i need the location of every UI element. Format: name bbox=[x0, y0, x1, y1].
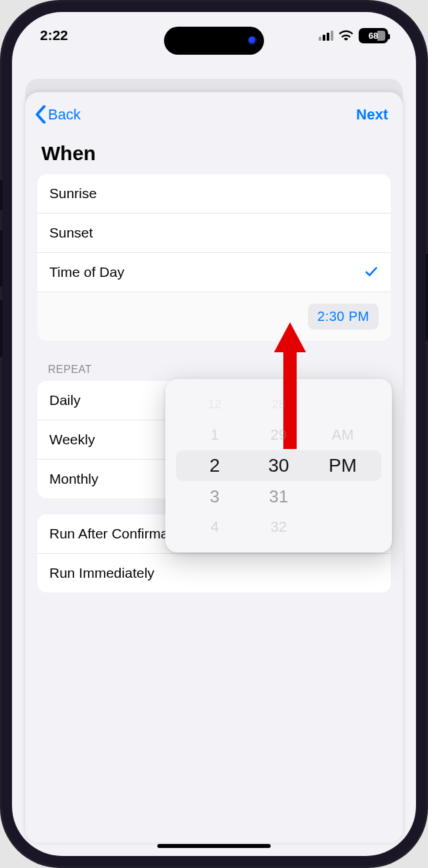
option-label: Run Immediately bbox=[49, 565, 155, 581]
volume-down-button bbox=[0, 300, 3, 357]
mute-switch bbox=[0, 180, 3, 210]
time-picker-popover[interactable]: 12 1 2 3 4 28 29 30 31 32 AM PM bbox=[165, 379, 392, 552]
phone-frame: 2:22 68 Back Next bbox=[0, 0, 428, 868]
power-button bbox=[425, 254, 428, 340]
cellular-icon bbox=[319, 30, 333, 41]
battery-icon: 68 bbox=[359, 28, 388, 43]
checkmark-icon bbox=[364, 265, 379, 280]
option-label: Monthly bbox=[49, 471, 99, 487]
chevron-left-icon bbox=[35, 105, 47, 123]
next-button[interactable]: Next bbox=[356, 106, 388, 123]
wifi-icon bbox=[339, 30, 353, 41]
time-value-row[interactable]: 2:30 PM bbox=[37, 292, 391, 341]
option-label: Weekly bbox=[49, 432, 95, 448]
front-camera bbox=[248, 36, 257, 45]
battery-percent: 68 bbox=[369, 31, 378, 41]
period-wheel[interactable]: AM PM bbox=[311, 379, 375, 552]
nav-bar: Back Next bbox=[25, 92, 403, 129]
option-label: Time of Day bbox=[49, 264, 124, 280]
home-indicator[interactable] bbox=[157, 844, 271, 848]
status-indicators: 68 bbox=[319, 28, 388, 43]
page-title: When bbox=[25, 129, 403, 174]
run-immediately[interactable]: Run Immediately bbox=[37, 554, 391, 592]
screen: 2:22 68 Back Next bbox=[12, 12, 416, 856]
time-chip[interactable]: 2:30 PM bbox=[308, 304, 379, 330]
volume-up-button bbox=[0, 230, 3, 287]
hour-wheel[interactable]: 12 1 2 3 4 bbox=[183, 379, 247, 552]
option-sunset[interactable]: Sunset bbox=[37, 213, 391, 253]
repeat-header: REPEAT bbox=[25, 357, 403, 381]
back-label: Back bbox=[48, 106, 81, 123]
automation-when-sheet: Back Next When Sunrise Sunset Time of Da… bbox=[25, 92, 403, 843]
option-time-of-day[interactable]: Time of Day bbox=[37, 253, 391, 292]
dynamic-island bbox=[164, 27, 264, 55]
option-label: Daily bbox=[49, 392, 81, 408]
when-group: Sunrise Sunset Time of Day 2:30 PM bbox=[37, 174, 391, 341]
option-label: Sunset bbox=[49, 225, 93, 241]
minute-wheel[interactable]: 28 29 30 31 32 bbox=[247, 379, 311, 552]
option-sunrise[interactable]: Sunrise bbox=[37, 174, 391, 213]
option-label: Sunrise bbox=[49, 185, 97, 201]
status-time: 2:22 bbox=[40, 27, 68, 43]
back-button[interactable]: Back bbox=[35, 105, 81, 123]
